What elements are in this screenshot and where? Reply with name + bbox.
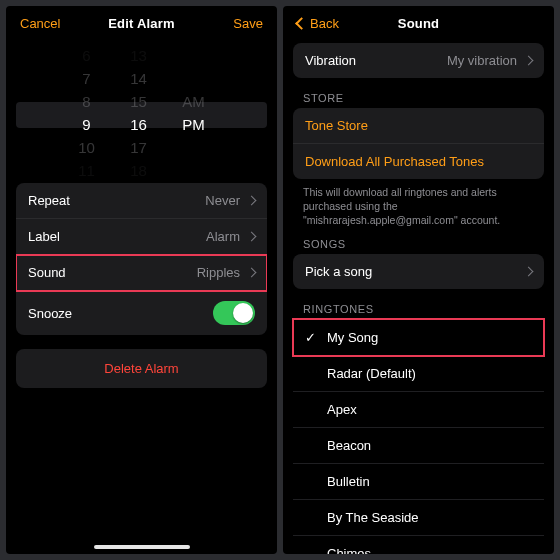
chevron-right-icon xyxy=(524,56,534,66)
delete-alarm-button[interactable]: Delete Alarm xyxy=(16,349,267,388)
section-ringtones: RINGTONES xyxy=(283,295,554,319)
row-value: Never xyxy=(205,193,240,208)
ringtone-item[interactable]: Chimes xyxy=(293,536,544,554)
ringtone-label: Apex xyxy=(323,402,357,417)
cancel-button[interactable]: Cancel xyxy=(20,16,60,31)
ringtone-item[interactable]: Beacon xyxy=(293,428,544,464)
row-label: Download All Purchased Tones xyxy=(305,154,484,169)
back-label: Back xyxy=(310,16,339,31)
row-label: Tone Store xyxy=(305,118,368,133)
row-label: Repeat xyxy=(28,193,70,208)
chevron-right-icon xyxy=(247,268,257,278)
row-value: Alarm xyxy=(206,229,240,244)
ringtone-label: Bulletin xyxy=(323,474,370,489)
screenshot-pair: Cancel Edit Alarm Save 6 7 8 9 10 11 13 … xyxy=(0,0,560,560)
row-value: My vibration xyxy=(447,53,517,68)
row-snooze: Snooze xyxy=(16,291,267,335)
check-icon: ✓ xyxy=(301,330,319,345)
row-download-tones[interactable]: Download All Purchased Tones xyxy=(293,144,544,179)
section-store: STORE xyxy=(283,84,554,108)
snooze-toggle[interactable] xyxy=(213,301,255,325)
phone-sound: Back Sound Vibration My vibration STORE … xyxy=(283,6,554,554)
alarm-options-group: Repeat Never Label Alarm Sound Ripples S… xyxy=(16,183,267,335)
ringtone-label: Beacon xyxy=(323,438,371,453)
row-sound[interactable]: Sound Ripples xyxy=(16,255,267,291)
page-title: Sound xyxy=(398,16,439,31)
row-label-field[interactable]: Label Alarm xyxy=(16,219,267,255)
page-title: Edit Alarm xyxy=(108,16,175,31)
chevron-right-icon xyxy=(524,266,534,276)
row-label: Sound xyxy=(28,265,66,280)
home-indicator xyxy=(94,545,190,549)
store-footnote: This will download all ringtones and ale… xyxy=(283,179,554,230)
row-label: Pick a song xyxy=(305,264,372,279)
chevron-left-icon xyxy=(295,17,308,30)
row-label: Label xyxy=(28,229,60,244)
songs-group: Pick a song xyxy=(293,254,544,289)
navbar: Back Sound xyxy=(283,6,554,43)
phone-edit-alarm: Cancel Edit Alarm Save 6 7 8 9 10 11 13 … xyxy=(6,6,277,554)
time-picker[interactable]: 6 7 8 9 10 11 13 14 15 16 17 18 AM PM xyxy=(6,43,277,183)
ringtone-label: By The Seaside xyxy=(323,510,419,525)
ringtone-item[interactable]: ✓ My Song xyxy=(293,319,544,356)
ringtone-item[interactable]: Bulletin xyxy=(293,464,544,500)
ringtone-item[interactable]: By The Seaside xyxy=(293,500,544,536)
section-songs: SONGS xyxy=(283,230,554,254)
chevron-right-icon xyxy=(247,196,257,206)
vibration-group: Vibration My vibration xyxy=(293,43,544,78)
navbar: Cancel Edit Alarm Save xyxy=(6,6,277,43)
ringtone-item[interactable]: Apex xyxy=(293,392,544,428)
row-label: Snooze xyxy=(28,306,72,321)
row-label: Vibration xyxy=(305,53,356,68)
ringtones-list: ✓ My Song Radar (Default) Apex Beacon Bu… xyxy=(293,319,544,554)
row-pick-song[interactable]: Pick a song xyxy=(293,254,544,289)
row-tone-store[interactable]: Tone Store xyxy=(293,108,544,144)
ringtone-item[interactable]: Radar (Default) xyxy=(293,356,544,392)
row-value: Ripples xyxy=(197,265,240,280)
ringtone-label: Chimes xyxy=(323,546,371,554)
ringtone-label: My Song xyxy=(323,330,378,345)
save-button[interactable]: Save xyxy=(233,16,263,31)
store-group: Tone Store Download All Purchased Tones xyxy=(293,108,544,179)
chevron-right-icon xyxy=(247,232,257,242)
ringtone-label: Radar (Default) xyxy=(323,366,416,381)
row-repeat[interactable]: Repeat Never xyxy=(16,183,267,219)
row-vibration[interactable]: Vibration My vibration xyxy=(293,43,544,78)
back-button[interactable]: Back xyxy=(297,16,339,31)
